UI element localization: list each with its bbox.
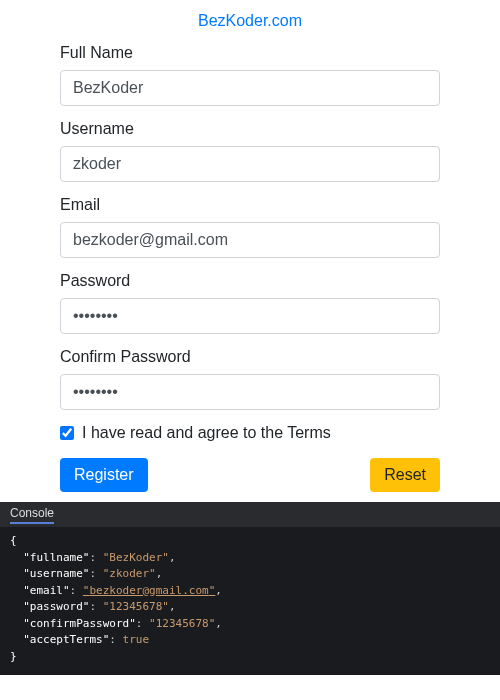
console-header: Console xyxy=(0,502,500,527)
fullname-label: Full Name xyxy=(60,44,440,62)
terms-group: I have read and agree to the Terms xyxy=(60,424,440,442)
username-input[interactable] xyxy=(60,146,440,182)
confirm-group: Confirm Password xyxy=(60,348,440,410)
form-container: BezKoder.com Full Name Username Email Pa… xyxy=(0,0,500,492)
brand-title: BezKoder.com xyxy=(60,12,440,30)
console-output: { "fullname": "BezKoder", "username": "z… xyxy=(0,527,500,675)
register-button[interactable]: Register xyxy=(60,458,148,492)
console-username: "zkoder" xyxy=(103,567,156,580)
password-label: Password xyxy=(60,272,440,290)
confirm-label: Confirm Password xyxy=(60,348,440,366)
console-email: "bezkoder@gmail.com" xyxy=(83,584,215,597)
reset-button[interactable]: Reset xyxy=(370,458,440,492)
console-panel: Console { "fullname": "BezKoder", "usern… xyxy=(0,502,500,675)
terms-checkbox[interactable] xyxy=(60,426,74,440)
confirm-input[interactable] xyxy=(60,374,440,410)
username-group: Username xyxy=(60,120,440,182)
button-row: Register Reset xyxy=(60,458,440,492)
console-confirm: "12345678" xyxy=(149,617,215,630)
username-label: Username xyxy=(60,120,440,138)
fullname-input[interactable] xyxy=(60,70,440,106)
console-fullname: "BezKoder" xyxy=(103,551,169,564)
console-password: "12345678" xyxy=(103,600,169,613)
console-accept: true xyxy=(123,633,150,646)
email-label: Email xyxy=(60,196,440,214)
terms-label: I have read and agree to the Terms xyxy=(82,424,331,442)
password-input[interactable] xyxy=(60,298,440,334)
fullname-group: Full Name xyxy=(60,44,440,106)
email-group: Email xyxy=(60,196,440,258)
email-input[interactable] xyxy=(60,222,440,258)
password-group: Password xyxy=(60,272,440,334)
console-tab[interactable]: Console xyxy=(10,506,54,524)
